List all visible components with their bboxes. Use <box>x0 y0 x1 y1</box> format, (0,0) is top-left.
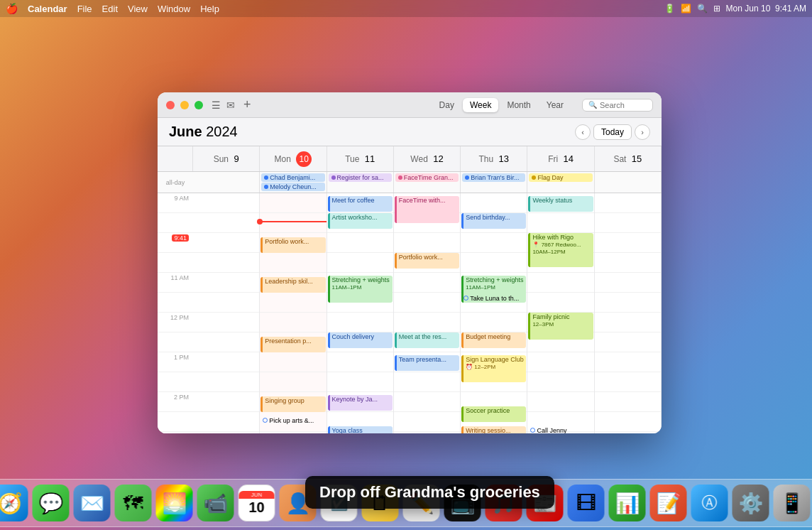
search-box[interactable]: 🔍 <box>582 99 653 112</box>
day-header-sun: Sun 9 <box>193 146 260 171</box>
calendar-window: ☰ ✉ + Day Week Month Year 🔍 June 2024 ‹ … <box>158 92 662 433</box>
event-hike[interactable]: Hike with Rigo📍 7867 Redwoo...10AM–12PM <box>528 233 593 267</box>
allday-label: all-day <box>158 172 193 193</box>
dock-icon-pages[interactable]: 📝 <box>650 485 687 521</box>
event-budget[interactable]: Budget meeting <box>461 332 526 348</box>
allday-event-facetime[interactable]: FaceTime Gran... <box>395 173 459 182</box>
event-pickup[interactable]: Pick up arts &... <box>260 416 325 432</box>
event-stretching-tue[interactable]: Stretching + weights11AM–1PM <box>328 276 393 303</box>
event-soccer[interactable]: Soccer practice <box>461 406 526 422</box>
search-input[interactable] <box>600 101 649 109</box>
day-headers: Sun 9 Mon 10 Tue 11 Wed 12 Thu 13 Fri 14… <box>158 146 662 172</box>
allday-row: all-day Chad Benjami... Melody Cheun... … <box>158 172 662 193</box>
event-artist[interactable]: Artist worksho... <box>328 213 393 229</box>
apple-menu[interactable]: 🍎 <box>6 3 18 14</box>
day-header-fri: Fri 14 <box>527 146 594 171</box>
today-button[interactable]: Today <box>593 124 632 140</box>
minimize-button[interactable] <box>180 101 189 109</box>
search-icon[interactable]: 🔍 <box>697 4 708 13</box>
event-picnic[interactable]: Family picnic12–3PM <box>528 313 593 340</box>
dot <box>264 185 268 189</box>
menu-help[interactable]: Help <box>200 4 219 14</box>
time-slot-9am: 9 AM <box>158 193 193 213</box>
prev-week-button[interactable]: ‹ <box>575 124 591 140</box>
event-team-pres[interactable]: Team presenta... <box>395 355 459 371</box>
event-tooltip: Drop off Grandma's groceries <box>305 476 554 509</box>
time-slot-2pm: 2 PM <box>158 392 193 412</box>
day-col-sun <box>193 193 260 433</box>
allday-event-chad[interactable]: Chad Benjami... <box>261 173 324 182</box>
close-button[interactable] <box>166 101 175 109</box>
next-week-button[interactable]: › <box>635 124 650 140</box>
event-singing[interactable]: Singing group <box>260 396 325 412</box>
tab-day[interactable]: Day <box>432 98 461 112</box>
dock-icon-safari[interactable]: 🧭 <box>0 485 28 521</box>
tab-year[interactable]: Year <box>539 98 571 112</box>
event-birthday[interactable]: Send birthday... <box>461 213 526 229</box>
day-header-tue: Tue 11 <box>327 146 394 171</box>
dock-icon-maps[interactable]: 🗺 <box>115 485 152 521</box>
event-coffee[interactable]: Meet for coffee <box>328 196 393 212</box>
event-meet-res[interactable]: Meet at the res... <box>395 332 459 348</box>
add-event-button[interactable]: + <box>243 97 251 112</box>
day-col-sat: H... <box>595 193 662 433</box>
maximize-button[interactable] <box>194 101 203 109</box>
event-presentation[interactable]: Presentation p... <box>260 337 325 352</box>
allday-event-flagday[interactable]: Flag Day <box>529 173 592 182</box>
view-tabs: Day Week Month Year <box>432 98 571 112</box>
day-header-wed: Wed 12 <box>394 146 461 171</box>
allday-event-register[interactable]: Register for sa... <box>329 173 392 182</box>
dock-icon-mail[interactable]: ✉️ <box>74 485 111 521</box>
calendar-header: June 2024 ‹ Today › <box>158 118 662 146</box>
event-yoga[interactable]: Yoga class📍 501 Stanyan St...⏰ 4–5:30PM <box>328 426 393 433</box>
event-facetime-wed[interactable]: FaceTime with... <box>395 196 459 223</box>
time-slot-230 <box>158 412 193 432</box>
dock-icon-keynote[interactable]: 🎞 <box>568 485 605 521</box>
event-portfolio-mon[interactable]: Portfolio work... <box>260 237 325 253</box>
event-leadership[interactable]: Leadership skil... <box>260 277 325 293</box>
dock-icon-numbers[interactable]: 📊 <box>609 485 646 521</box>
allday-event-brian[interactable]: Brian Tran's Bir... <box>462 173 525 182</box>
menu-window[interactable]: Window <box>158 4 190 14</box>
event-weekly-status[interactable]: Weekly status <box>528 196 593 212</box>
control-center-icon[interactable]: ⊞ <box>713 4 720 13</box>
event-writing[interactable]: Writing sessio... <box>461 426 526 433</box>
time-column: 9 AM 9:41 11 AM 12 PM 1 PM 2 PM 3 PM 4 P… <box>158 193 193 433</box>
time-slot-10am: 9:41 <box>158 233 193 253</box>
time-slot-930 <box>158 213 193 233</box>
tab-week[interactable]: Week <box>463 98 498 112</box>
time-slot-130 <box>158 372 193 392</box>
allday-sat <box>595 172 662 193</box>
day-col-thu: Send birthday... Stretching + weights11A… <box>461 193 527 433</box>
dock-icon-appstore[interactable]: Ⓐ <box>691 485 728 521</box>
dock-icon-facetime[interactable]: 📹 <box>197 485 234 521</box>
window-titlebar: ☰ ✉ + Day Week Month Year 🔍 <box>158 92 662 118</box>
dock-icon-messages[interactable]: 💬 <box>33 485 70 521</box>
dock-icon-iphone[interactable]: 📱 <box>774 485 811 521</box>
dock-icon-sysprefs[interactable]: ⚙️ <box>733 485 769 521</box>
event-call-jenny[interactable]: Call Jenny <box>528 426 593 433</box>
event-keynote[interactable]: Keynote by Ja... <box>328 395 393 411</box>
battery-icon: 🔋 <box>664 4 675 13</box>
event-luna[interactable]: Take Luna to th... <box>461 294 526 310</box>
dock-icon-calendar[interactable]: JUN 10 <box>238 485 275 521</box>
day-header-mon: Mon 10 <box>260 146 327 171</box>
time-slot-12pm: 12 PM <box>158 313 193 332</box>
event-couch[interactable]: Couch delivery <box>328 332 393 348</box>
menu-file[interactable]: File <box>77 4 92 14</box>
menu-edit[interactable]: Edit <box>102 4 118 14</box>
day-col-fri: Weekly status Hike with Rigo📍 7867 Redwo… <box>527 193 594 433</box>
event-signlang[interactable]: Sign Language Club⏰ 12–2PM <box>461 355 526 382</box>
allday-event-melody[interactable]: Melody Cheun... <box>261 183 324 191</box>
allday-mon: Chad Benjami... Melody Cheun... <box>260 172 327 193</box>
sidebar-toggle-icon[interactable]: ☰ <box>212 99 221 111</box>
menu-view[interactable]: View <box>128 4 148 14</box>
calendar-nav: ‹ Today › <box>575 124 650 140</box>
app-name[interactable]: Calendar <box>28 4 67 14</box>
tab-month[interactable]: Month <box>500 98 537 112</box>
inbox-icon[interactable]: ✉ <box>226 99 235 111</box>
time-grid: 9 AM 9:41 11 AM 12 PM 1 PM 2 PM 3 PM 4 P… <box>158 193 662 433</box>
time-slot-1130 <box>158 293 193 313</box>
dock-icon-photos[interactable]: 🌅 <box>156 485 193 521</box>
event-portfolio-wed[interactable]: Portfolio work... <box>395 253 459 269</box>
